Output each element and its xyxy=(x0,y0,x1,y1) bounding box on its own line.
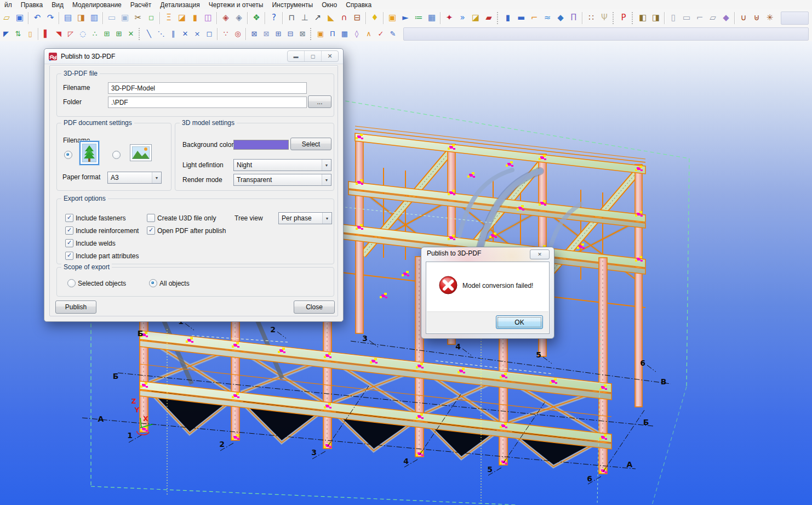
draw-parallel-button[interactable]: ∥ xyxy=(167,28,179,40)
create-plate-button[interactable]: ◆ xyxy=(554,12,567,25)
angle-button[interactable]: ◣ xyxy=(324,12,338,25)
view-properties-button[interactable]: ▣ xyxy=(118,12,131,25)
browse-folder-button[interactable]: ... xyxy=(308,95,331,108)
filename-input[interactable]: 3D-PDF-Model xyxy=(108,82,307,94)
maximize-button[interactable]: ▢ xyxy=(304,51,321,61)
error-close-button[interactable]: ✕ xyxy=(530,249,550,259)
create-item-button[interactable]: Π xyxy=(567,12,580,25)
landscape-image-option[interactable] xyxy=(130,144,152,161)
cut-button[interactable]: ✂ xyxy=(131,12,145,25)
clone-button[interactable]: ▣ xyxy=(386,12,399,25)
run-button[interactable]: » xyxy=(456,12,469,25)
copy-b-button[interactable]: ⊟ xyxy=(284,28,296,40)
light-definition-select[interactable]: Night ▼ xyxy=(233,159,331,171)
tekla-tool-button[interactable]: ✦ xyxy=(443,12,456,25)
weld-edit-button[interactable]: ⊎ xyxy=(750,12,763,25)
new-view-button[interactable]: ▭ xyxy=(105,12,118,25)
minimize-button[interactable]: ▬ xyxy=(288,51,304,61)
section-button[interactable]: ⊟ xyxy=(351,12,364,25)
print-list-button[interactable]: ▥ xyxy=(88,12,101,25)
strip-footing-button[interactable]: ⌐ xyxy=(693,12,706,25)
inquire-button[interactable]: ? xyxy=(267,12,281,25)
schedule-button[interactable]: ▦ xyxy=(425,12,438,25)
open-model-button[interactable]: ▱ xyxy=(0,12,13,25)
snap-mid-button[interactable]: ⊞ xyxy=(113,28,125,40)
radio-all-objects[interactable] xyxy=(149,279,157,287)
move-b-button[interactable]: ⊠ xyxy=(260,28,272,40)
work-plane-button[interactable]: ▯ xyxy=(24,28,36,40)
checkbox-include-fasteners[interactable]: ✓ xyxy=(65,214,73,222)
bolt-button[interactable]: ∷ xyxy=(585,12,598,25)
list-report-button[interactable]: ≔ xyxy=(412,12,425,25)
radio-selected-objects[interactable] xyxy=(67,279,76,287)
menu-item-5[interactable]: Детализация xyxy=(156,1,204,9)
menu-item-8[interactable]: Окно xyxy=(317,1,341,9)
publish-pdf-button[interactable]: P xyxy=(617,12,630,25)
copy-special-button[interactable]: ▣ xyxy=(314,28,327,40)
create-beam-button[interactable]: ▬ xyxy=(514,12,528,25)
clip-plane-a-button[interactable]: ▌ xyxy=(41,28,53,40)
draw-polyline-button[interactable]: ⋱ xyxy=(155,28,167,40)
array-button[interactable]: Π xyxy=(327,28,339,40)
folder-input[interactable]: .\PDF xyxy=(108,97,307,108)
phase-save-button[interactable]: ◈ xyxy=(232,12,245,25)
publish-button[interactable]: Publish xyxy=(55,300,96,314)
dialog-title-bar[interactable]: Publish to 3D-PDF ▬ ▢ ✕ xyxy=(44,49,343,64)
ok-button[interactable]: OK xyxy=(496,315,543,329)
concrete-cube-b-button[interactable]: ◨ xyxy=(649,12,662,25)
close-button[interactable]: ✕ xyxy=(321,51,338,61)
draw-point-button[interactable]: × xyxy=(191,28,203,40)
draw-box-button[interactable]: ◻ xyxy=(203,28,215,40)
circle-center-button[interactable]: ◎ xyxy=(232,28,244,40)
component-open-button[interactable]: ◫ xyxy=(202,12,215,25)
pick-button[interactable]: ► xyxy=(399,12,412,25)
close-dialog-button[interactable]: Close xyxy=(294,300,335,314)
eraser-button[interactable]: ◆ xyxy=(719,12,733,25)
menu-item-1[interactable]: Правка xyxy=(16,1,48,9)
grid-tool-button[interactable]: ▦ xyxy=(339,28,351,40)
measure-button[interactable]: ↗ xyxy=(311,12,324,25)
paper-format-select[interactable]: A3 ▼ xyxy=(107,172,162,184)
sweep-button[interactable]: ◊ xyxy=(351,28,363,40)
share-button[interactable]: ❖ xyxy=(250,12,263,25)
undo-button[interactable]: ↶ xyxy=(31,12,44,25)
menu-item-7[interactable]: Инструменты xyxy=(267,1,317,9)
paste-image-button[interactable]: ◨ xyxy=(75,12,88,25)
snap-points-button[interactable]: ∴ xyxy=(89,28,101,40)
anchor-button[interactable]: Ψ xyxy=(598,12,611,25)
copy-a-button[interactable]: ⊞ xyxy=(272,28,284,40)
checkbox-create-u3d-only[interactable]: ✓ xyxy=(147,214,155,222)
area-select-button[interactable]: ▫ xyxy=(145,12,158,25)
redo-button[interactable]: ↷ xyxy=(44,12,57,25)
orientation-landscape-radio[interactable] xyxy=(112,151,121,159)
menu-item-6[interactable]: Чертежи и отчеты xyxy=(204,1,268,9)
transport-button[interactable]: ▰ xyxy=(482,12,495,25)
level-button[interactable]: ⊥ xyxy=(298,12,311,25)
snap-free-button[interactable]: ◌ xyxy=(77,28,89,40)
fence-button[interactable]: ⊓ xyxy=(285,12,298,25)
menu-item-3[interactable]: Моделирование xyxy=(68,1,126,9)
component-box-button[interactable]: ▮ xyxy=(188,12,202,25)
arc-button[interactable]: ∩ xyxy=(338,12,351,25)
snap-intersection-button[interactable]: ✕ xyxy=(125,28,137,40)
menu-item-2[interactable]: Вид xyxy=(47,1,68,9)
checkbox-include-part-attributes[interactable]: ✓ xyxy=(65,252,73,260)
rebar-lattice-button[interactable]: ✳ xyxy=(763,12,776,25)
snap-grid-button[interactable]: ⊞ xyxy=(101,28,113,40)
create-column-button[interactable]: ▮ xyxy=(501,12,514,25)
fly-through-button[interactable]: ⇅ xyxy=(12,28,24,40)
frame-tool-button[interactable]: ∧ xyxy=(363,28,375,40)
divide-button[interactable]: ∵ xyxy=(220,28,232,40)
checkbox-open-pdf-after-publish[interactable]: ✓ xyxy=(147,226,155,235)
view-setup-button[interactable]: ◤ xyxy=(0,28,12,40)
portrait-tree-option[interactable] xyxy=(79,141,99,165)
menu-item-9[interactable]: Справка xyxy=(341,1,376,9)
mirror-button[interactable]: ⊠ xyxy=(296,28,308,40)
pad-footing-button[interactable]: ▱ xyxy=(706,12,719,25)
verify-button[interactable]: ✓ xyxy=(375,28,387,40)
weld-button[interactable]: ∪ xyxy=(737,12,750,25)
panel-button[interactable]: ▯ xyxy=(667,12,680,25)
checkbox-include-reinforcement[interactable]: ✓ xyxy=(65,226,73,235)
copy-button[interactable]: ▤ xyxy=(61,12,75,25)
render-mode-select[interactable]: Transparent ▼ xyxy=(233,174,331,186)
